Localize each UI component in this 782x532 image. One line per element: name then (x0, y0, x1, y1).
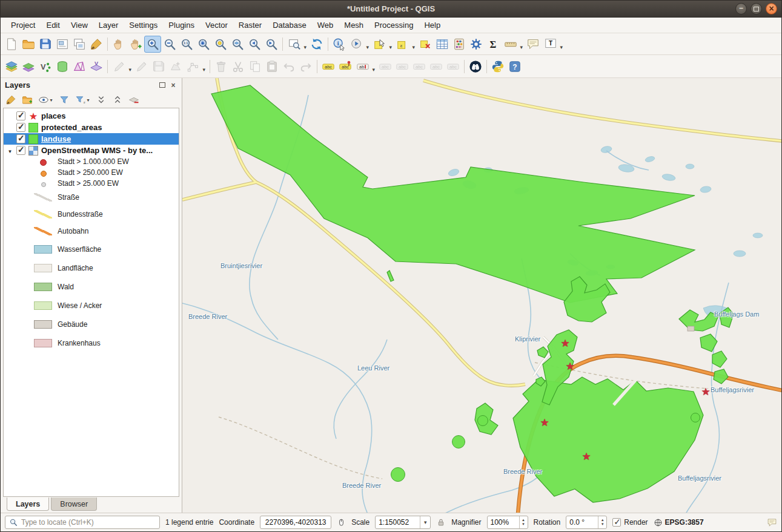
new-virtual-layer-button[interactable] (88, 58, 105, 75)
current-edits-button[interactable] (110, 58, 133, 75)
measure-button[interactable] (502, 36, 525, 53)
pan-map-button[interactable] (110, 36, 127, 53)
layer-visibility-checkbox[interactable] (16, 134, 25, 143)
map-tips-button[interactable] (525, 36, 542, 53)
menu-item[interactable]: Mesh (339, 19, 369, 31)
messages-icon[interactable] (767, 517, 777, 528)
zoom-last-button[interactable] (246, 36, 263, 53)
zoom-out-button[interactable] (161, 36, 178, 53)
menu-item[interactable]: Edit (41, 19, 65, 31)
open-layer-styling-button[interactable] (3, 93, 18, 107)
tab-layers[interactable]: Layers (7, 498, 49, 511)
expand-all-button[interactable] (93, 93, 108, 107)
select-features-button[interactable] (371, 36, 394, 53)
zoom-next-button[interactable] (263, 36, 280, 53)
open-attribute-table-button[interactable] (434, 36, 451, 53)
locator-search-input[interactable]: Type to locate (Ctrl+K) (5, 516, 160, 529)
text-annotation-button[interactable] (542, 36, 565, 53)
undo-button[interactable] (280, 58, 297, 75)
new-geopackage-layer-button[interactable] (54, 58, 71, 75)
magnifier-spinbox[interactable]: 100% ▲▼ (487, 516, 528, 529)
delete-selected-button[interactable] (213, 58, 230, 75)
extents-toggle-icon[interactable] (337, 518, 346, 527)
zoom-in-button[interactable] (144, 36, 161, 53)
collapse-all-button[interactable] (110, 93, 125, 107)
layer-visibility-checkbox[interactable] (16, 146, 25, 155)
open-project-button[interactable] (20, 36, 37, 53)
maximize-button[interactable] (751, 3, 762, 15)
render-toggle[interactable]: Render (612, 518, 648, 527)
map-canvas[interactable]: Bruintjiesrivier Breede River Leeu River… (182, 78, 781, 513)
deselect-features-button[interactable] (417, 36, 434, 53)
new-shapefile-layer-button[interactable] (37, 58, 54, 75)
remove-layer-button[interactable] (126, 93, 141, 107)
refresh-button[interactable] (308, 36, 325, 53)
layer-diagram-button[interactable] (337, 58, 354, 75)
filter-by-expression-button[interactable] (73, 93, 92, 107)
statistical-summary-button[interactable] (485, 36, 502, 53)
save-layer-edits-button[interactable] (150, 58, 167, 75)
layer-labeling-button[interactable] (320, 58, 337, 75)
add-feature-button[interactable] (167, 58, 184, 75)
layer-visibility-checkbox[interactable] (16, 123, 25, 132)
style-manager-button[interactable] (88, 36, 105, 53)
change-label-button[interactable] (445, 58, 462, 75)
rotate-label-button[interactable] (428, 58, 445, 75)
close-button[interactable] (766, 3, 777, 15)
menu-item[interactable]: Plugins (163, 19, 200, 31)
spin-arrows-icon[interactable]: ▲▼ (519, 516, 528, 528)
processing-toolbox-button[interactable] (468, 36, 485, 53)
zoom-to-selection-button[interactable] (212, 36, 229, 53)
layer-osm-wms[interactable]: OpenStreetMap WMS - by te... (4, 145, 179, 156)
menu-item[interactable]: Web (312, 19, 339, 31)
manage-map-themes-button[interactable] (36, 93, 55, 107)
layer-protected-areas[interactable]: protected_areas (4, 122, 179, 133)
spin-arrows-icon[interactable]: ▲▼ (598, 516, 606, 528)
layout-manager-button[interactable] (71, 36, 88, 53)
save-project-button[interactable] (37, 36, 54, 53)
menu-item[interactable]: Project (5, 19, 41, 31)
filter-legend-button[interactable] (56, 93, 71, 107)
new-project-button[interactable] (3, 36, 20, 53)
coordinate-input[interactable]: 2270396,-4020313 (260, 516, 331, 529)
redo-button[interactable] (297, 58, 314, 75)
move-label-button[interactable] (411, 58, 428, 75)
pan-to-selection-button[interactable] (127, 36, 144, 53)
crs-status-button[interactable]: EPSG:3857 (654, 518, 704, 527)
title-bar[interactable]: *Untitled Project - QGIS (1, 1, 781, 18)
menu-item[interactable]: View (65, 19, 93, 31)
new-print-layout-button[interactable] (54, 36, 71, 53)
add-vector-layer-button[interactable] (20, 58, 37, 75)
zoom-to-layer-button[interactable] (229, 36, 246, 53)
layer-visibility-checkbox[interactable] (16, 111, 25, 120)
tab-browser[interactable]: Browser (51, 498, 97, 511)
field-calculator-button[interactable] (451, 36, 468, 53)
menu-item[interactable]: Layer (93, 19, 124, 31)
osm-place-search-button[interactable] (467, 58, 484, 75)
lock-scale-icon[interactable] (436, 517, 446, 527)
copy-features-button[interactable] (247, 58, 263, 75)
expander-icon[interactable] (7, 146, 13, 155)
python-console-button[interactable] (489, 58, 506, 75)
layer-landuse[interactable]: landuse (4, 133, 179, 145)
data-source-manager-button[interactable] (3, 58, 20, 75)
run-feature-action-button[interactable] (348, 36, 371, 53)
menu-item[interactable]: Processing (369, 19, 419, 31)
scale-combobox[interactable]: 1:150052 ▾ (375, 516, 431, 529)
highlight-labels-button[interactable] (394, 58, 411, 75)
vertex-tool-button[interactable] (184, 58, 207, 75)
float-panel-icon[interactable] (158, 81, 167, 90)
new-map-view-button[interactable] (285, 36, 308, 53)
cut-features-button[interactable] (230, 58, 247, 75)
menu-item[interactable]: Settings (124, 19, 163, 31)
close-panel-icon[interactable] (169, 81, 177, 90)
rotation-spinbox[interactable]: 0.0 ° ▲▼ (566, 516, 607, 529)
layer-places[interactable]: places (4, 110, 179, 122)
paste-features-button[interactable] (263, 58, 280, 75)
add-group-button[interactable] (19, 93, 35, 107)
toggle-editing-button[interactable] (133, 58, 150, 75)
zoom-native-button[interactable] (178, 36, 195, 53)
menu-item[interactable]: Vector (200, 19, 233, 31)
zoom-full-button[interactable] (195, 36, 212, 53)
render-checkbox[interactable] (612, 518, 621, 527)
